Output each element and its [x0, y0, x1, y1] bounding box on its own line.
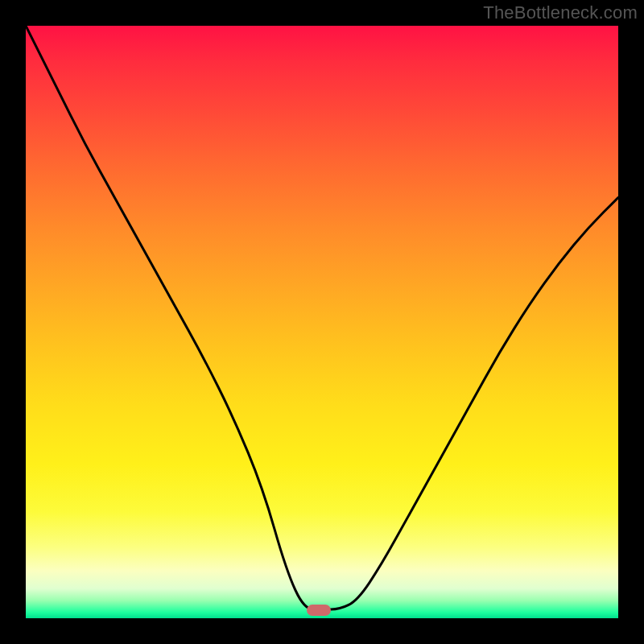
chart-frame: TheBottleneck.com — [0, 0, 644, 644]
plot-area — [26, 26, 618, 618]
curve-path — [26, 26, 618, 609]
bottleneck-curve — [26, 26, 618, 618]
optimum-marker — [307, 605, 331, 616]
watermark-text: TheBottleneck.com — [483, 2, 638, 23]
